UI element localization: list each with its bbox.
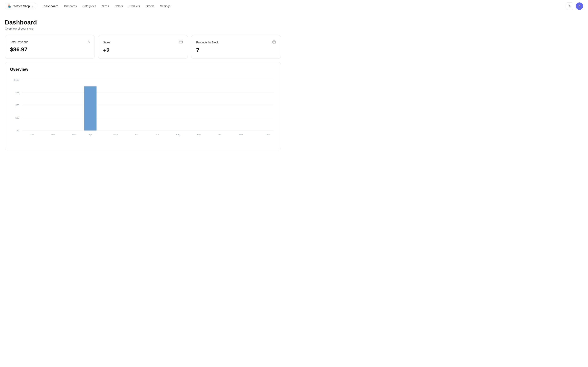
x-label-sep: Sep [197,133,201,136]
svg-rect-0 [179,41,183,43]
y-label-50: $50 [16,104,19,106]
x-label-jun: Jun [135,133,138,136]
dollar-icon: $ [88,40,90,44]
chart-container: $100 $75 $50 $25 $0 Jan Feb Mar Apr May … [10,76,276,145]
stat-header-sales: Sales [103,40,183,45]
navbar: 🏪 Clothes Shop ⌄ Dashboard Billboards Ca… [0,0,588,12]
stats-grid: Total Revenue $ $86.97 Sales +2 Produc [5,35,281,59]
y-label-0: $0 [17,129,19,132]
page-title: Dashboard [5,19,281,26]
overview-title: Overview [10,67,276,72]
y-label-25: $25 [16,117,19,119]
nav-link-sizes[interactable]: Sizes [99,3,111,9]
stat-label-sales: Sales [103,41,110,44]
overview-card: Overview $100 $75 $50 $25 $0 [5,62,281,150]
credit-card-icon [179,40,183,45]
stat-label-products: Products In Stock [196,41,219,44]
store-name: Clothes Shop [13,4,30,8]
nav-link-orders[interactable]: Orders [143,3,157,9]
nav-link-colors[interactable]: Colors [112,3,125,9]
store-selector[interactable]: 🏪 Clothes Shop ⌄ [5,3,36,9]
bar-apr [84,86,96,131]
y-label-75: $75 [16,91,19,94]
nav-link-categories[interactable]: Categories [80,3,99,9]
x-label-jan: Jan [30,133,34,136]
nav-link-settings[interactable]: Settings [158,3,173,9]
stat-value-revenue: $86.97 [10,46,90,53]
x-label-mar: Mar [72,133,76,136]
x-label-dec: Dec [266,133,270,136]
nav-link-billboards[interactable]: Billboards [62,3,79,9]
chevron-down-icon: ⌄ [31,5,34,8]
store-icon: 🏪 [8,4,11,8]
stat-header-revenue: Total Revenue $ [10,40,90,44]
stat-header-products: Products In Stock [196,40,276,45]
main-content: Dashboard Overview of your store Total R… [0,12,286,157]
user-avatar[interactable]: B [576,2,583,10]
stat-card-sales: Sales +2 [98,35,188,59]
nav-link-products[interactable]: Products [126,3,142,9]
nav-links: Dashboard Billboards Categories Sizes Co… [41,3,564,9]
x-label-nov: Nov [239,133,243,136]
box-icon [272,40,276,45]
x-label-aug: Aug [176,133,180,136]
stat-value-sales: +2 [103,47,183,54]
stat-value-products: 7 [196,47,276,54]
stat-card-revenue: Total Revenue $ $86.97 [5,35,95,59]
stat-label-revenue: Total Revenue [10,40,28,44]
theme-toggle-button[interactable]: ☀ [566,2,573,10]
stat-card-products: Products In Stock 7 [191,35,281,59]
y-label-100: $100 [14,79,19,81]
x-label-feb: Feb [51,133,55,136]
x-label-oct: Oct [218,133,222,136]
x-label-apr: Apr [89,133,92,136]
page-subtitle: Overview of your store [5,27,281,30]
x-label-jul: Jul [156,133,159,136]
x-label-may: May [113,133,118,136]
nav-right: ☀ B [566,2,583,10]
chart-svg: $100 $75 $50 $25 $0 Jan Feb Mar Apr May … [10,76,276,145]
nav-link-dashboard[interactable]: Dashboard [41,3,61,9]
